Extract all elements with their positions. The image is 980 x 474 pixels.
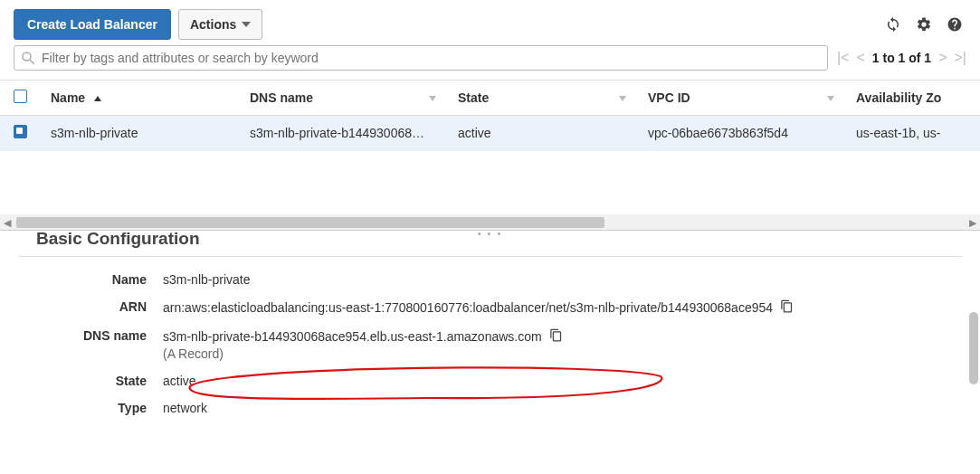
refresh-button[interactable] <box>881 13 905 36</box>
refresh-icon <box>885 16 901 33</box>
details-panel: • • • Basic Configuration Name s3m-nlb-p… <box>0 230 980 456</box>
search-input[interactable] <box>42 51 822 65</box>
copy-arn-button[interactable] <box>780 299 794 316</box>
search-field[interactable] <box>14 45 828 71</box>
table-header-row: Name DNS name State VPC ID Availability … <box>0 81 980 116</box>
scroll-thumb[interactable] <box>969 312 978 384</box>
detail-value-arn: arn:aws:elasticloadbalancing:us-east-1:7… <box>163 300 773 315</box>
detail-label: Name <box>0 272 163 287</box>
detail-value-state: active <box>163 374 196 388</box>
detail-row-dns: DNS name s3m-nlb-private-b144930068ace95… <box>0 322 953 367</box>
column-header-dns[interactable]: DNS name <box>239 81 447 116</box>
detail-row-name: Name s3m-nlb-private <box>0 266 953 293</box>
settings-button[interactable] <box>912 13 936 36</box>
detail-value-dns-record: (A Record) <box>163 346 563 361</box>
detail-label: State <box>0 374 163 388</box>
column-header-az[interactable]: Availability Zo <box>845 81 980 116</box>
row-az-cell: us-east-1b, us- <box>845 116 980 151</box>
table-row[interactable]: s3m-nlb-private s3m-nlb-private-b1449300… <box>0 116 980 151</box>
sort-caret-icon <box>822 90 834 105</box>
detail-row-arn: ARN arn:aws:elasticloadbalancing:us-east… <box>0 293 953 322</box>
pager-count: 1 to 1 of 1 <box>872 51 931 65</box>
select-all-header[interactable] <box>0 81 40 116</box>
chevron-down-icon <box>242 22 251 27</box>
copy-icon <box>549 328 563 342</box>
svg-point-0 <box>23 52 31 61</box>
pager-first-button[interactable]: |< <box>837 50 850 66</box>
copy-icon <box>780 299 794 313</box>
detail-label: Type <box>0 401 163 415</box>
row-select-cell[interactable] <box>0 116 40 151</box>
detail-label: ARN <box>0 299 163 314</box>
column-header-state[interactable]: State <box>447 81 637 116</box>
column-header-name[interactable]: Name <box>40 81 239 116</box>
gear-icon <box>916 16 932 33</box>
pager-prev-button[interactable]: < <box>856 50 864 66</box>
detail-value-type: network <box>163 401 207 415</box>
row-dns-cell: s3m-nlb-private-b144930068… <box>239 116 447 151</box>
toolbar: Create Load Balancer Actions <box>0 0 980 45</box>
row-vpc-cell: vpc-06bae6673b863f5d4 <box>637 116 845 151</box>
checkbox-checked-icon <box>14 125 27 138</box>
svg-line-1 <box>30 60 34 64</box>
detail-row-type: Type network <box>0 394 953 422</box>
help-icon <box>947 16 963 33</box>
help-button[interactable] <box>943 13 966 36</box>
sort-ascending-icon <box>89 90 101 105</box>
scroll-thumb[interactable] <box>16 217 604 228</box>
search-icon <box>20 50 36 66</box>
checkbox-icon <box>14 90 27 103</box>
load-balancer-table: Name DNS name State VPC ID Availability … <box>0 81 980 151</box>
row-state-cell: active <box>447 116 637 151</box>
actions-button[interactable]: Actions <box>178 9 262 40</box>
actions-button-label: Actions <box>190 17 236 32</box>
copy-dns-button[interactable] <box>549 328 563 345</box>
column-header-vpc[interactable]: VPC ID <box>637 81 845 116</box>
pager: |< < 1 to 1 of 1 > >| <box>837 50 966 66</box>
scroll-right-icon: ▶ <box>966 217 980 229</box>
row-name-cell: s3m-nlb-private <box>40 116 239 151</box>
detail-row-state: State active <box>0 367 953 394</box>
pager-next-button[interactable]: > <box>938 50 947 66</box>
search-row: |< < 1 to 1 of 1 > >| <box>0 45 980 80</box>
create-load-balancer-button[interactable]: Create Load Balancer <box>14 9 171 40</box>
sort-caret-icon <box>423 90 436 105</box>
vertical-scrollbar[interactable] <box>967 267 980 452</box>
detail-label: DNS name <box>0 328 163 343</box>
sort-caret-icon <box>614 90 626 105</box>
horizontal-scrollbar[interactable]: ◀ ▶ <box>0 214 980 230</box>
detail-value-dns: s3m-nlb-private-b144930068ace954.elb.us-… <box>163 329 542 344</box>
detail-value-name: s3m-nlb-private <box>163 272 250 287</box>
scroll-left-icon: ◀ <box>0 217 14 229</box>
pager-last-button[interactable]: >| <box>955 50 967 66</box>
